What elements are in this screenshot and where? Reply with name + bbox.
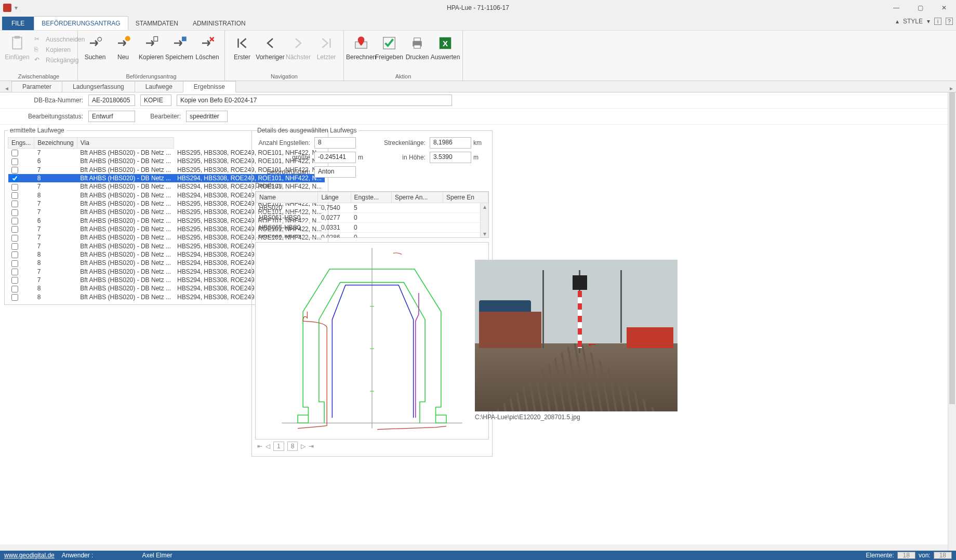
svg-rect-9 — [414, 38, 421, 41]
row-checkbox[interactable] — [11, 192, 18, 199]
new-button[interactable]: Neu — [110, 33, 136, 63]
kopie-text-field[interactable]: Kopie von Befo E0-2024-17 — [177, 95, 452, 106]
search-button[interactable]: Suchen — [82, 33, 108, 63]
chart-page[interactable]: 1 — [273, 442, 284, 451]
db-bza-field[interactable]: AE-20180605 — [88, 95, 135, 106]
minimize-button[interactable]: — — [884, 0, 908, 16]
delete-button[interactable]: Löschen — [194, 33, 220, 63]
subtab-parameter[interactable]: Parameter — [11, 81, 62, 92]
row-checkbox[interactable] — [11, 167, 18, 174]
row-checkbox[interactable] — [11, 269, 18, 275]
details-row[interactable]: HBS065-HBS00,03310 — [256, 223, 488, 233]
close-button[interactable]: ✕ — [932, 0, 956, 16]
strecke-label: Streckenlänge: — [376, 139, 428, 146]
row-checkbox[interactable] — [11, 158, 18, 165]
check-icon — [381, 35, 397, 51]
chart-total: 8 — [287, 442, 298, 451]
row-checkbox[interactable] — [11, 184, 18, 191]
save-button[interactable]: Speichern — [166, 33, 192, 63]
help-info-icon[interactable]: i — [934, 18, 941, 25]
compute-button[interactable]: Berechnen — [348, 33, 374, 63]
bearbeiter-field[interactable]: speedritter — [186, 111, 228, 122]
prev-button[interactable]: Vorheriger — [257, 33, 283, 63]
svg-text:X: X — [443, 39, 448, 48]
help-question-icon[interactable]: ? — [946, 18, 953, 25]
copy-icon: ⎘ — [34, 46, 43, 54]
elemente-value: 18 — [897, 552, 915, 559]
tab-file[interactable]: FILE — [2, 17, 34, 30]
title-bar: ▾ HPA-Lue - 71-1106-17 — ▢ ✕ — [0, 0, 956, 16]
scissors-icon: ✂ — [34, 35, 43, 44]
chart-next-icon[interactable]: ▷ — [301, 443, 306, 450]
dcol-engste[interactable]: Engste... — [351, 192, 391, 203]
row-checkbox[interactable] — [11, 243, 18, 250]
copy2-button[interactable]: Kopieren — [138, 33, 164, 63]
row-checkbox[interactable] — [11, 218, 18, 224]
row-checkbox[interactable] — [11, 235, 18, 242]
profile-chart[interactable] — [255, 242, 489, 439]
next-button[interactable]: Nächster — [285, 33, 311, 63]
row-checkbox[interactable] — [11, 175, 18, 182]
last-button[interactable]: Letzter — [313, 33, 339, 63]
qat-dropdown-icon[interactable]: ▾ — [15, 4, 18, 11]
dcol-sperre-an[interactable]: Sperre An... — [391, 192, 443, 203]
export-button[interactable]: XAuswerten — [432, 33, 458, 63]
subtab-ladung[interactable]: Ladungserfassung — [62, 81, 135, 92]
subtab-left-icon[interactable]: ◂ — [2, 85, 11, 92]
row-checkbox[interactable] — [11, 277, 18, 284]
paste-button[interactable]: Einfügen — [4, 33, 30, 63]
details-row[interactable]: HBS069-HBS00,02860 — [256, 233, 488, 238]
status-label: Bearbeitungsstatus: — [10, 113, 83, 120]
details-fieldset: Details des ausgewählten Laufwegs Anzahl… — [251, 127, 493, 457]
row-checkbox[interactable] — [11, 150, 18, 156]
svg-rect-5 — [182, 37, 187, 42]
kopie-field: KOPIE — [140, 95, 171, 106]
col-via[interactable]: Via — [77, 138, 174, 149]
hoehe-field[interactable]: 3.5390 — [430, 152, 471, 163]
style-label[interactable]: STYLE — [903, 18, 923, 25]
row-checkbox[interactable] — [11, 226, 18, 233]
col-bez[interactable]: Bezeichnung — [34, 138, 77, 149]
chart-prev-icon[interactable]: ◁ — [265, 443, 270, 450]
details-row[interactable]: HBS0200,75405 — [256, 203, 488, 213]
anwender-value: Axel Elmer — [142, 552, 172, 559]
tab-administration[interactable]: ADMINISTRATION — [185, 17, 253, 30]
chart-first-icon[interactable]: ⇤ — [257, 443, 262, 450]
tab-befoerderungsantrag[interactable]: BEFÖRDERUNGSANTRAG — [34, 16, 128, 30]
release-button[interactable]: Freigeben — [376, 33, 402, 63]
details-row[interactable]: HBS061-HBS00,02770 — [256, 213, 488, 223]
laufwege-legend: ermittelte Laufwege — [8, 127, 67, 134]
first-button[interactable]: Erster — [229, 33, 255, 63]
von-label: von: — [919, 552, 931, 559]
print-button[interactable]: Drucken — [404, 33, 430, 63]
befart-field[interactable]: Anton — [314, 166, 356, 178]
status-url[interactable]: www.geodigital.de — [4, 552, 55, 559]
subtab-right-icon[interactable]: ▸ — [950, 85, 953, 92]
content-scrollbar[interactable] — [948, 92, 956, 551]
row-checkbox[interactable] — [11, 260, 18, 267]
dcol-name[interactable]: Name — [256, 192, 318, 203]
strecke-field[interactable]: 8,1986 — [430, 137, 471, 149]
details-table[interactable]: Name Länge Engste... Sperre An... Sperre… — [256, 192, 488, 238]
svg-rect-0 — [12, 37, 22, 49]
dcol-laenge[interactable]: Länge — [318, 192, 351, 203]
anzahl-field[interactable]: 8 — [314, 137, 356, 149]
row-checkbox[interactable] — [11, 251, 18, 258]
chart-last-icon[interactable]: ⇥ — [309, 443, 314, 450]
status-field[interactable]: Entwurf — [88, 111, 135, 122]
ribbon-collapse-icon[interactable]: ▴ — [896, 18, 899, 25]
subtab-laufwege[interactable]: Laufwege — [135, 81, 183, 92]
row-checkbox[interactable] — [11, 209, 18, 216]
col-engs[interactable]: Engs... — [8, 138, 34, 149]
row-checkbox[interactable] — [11, 286, 18, 292]
form-row-1: DB-Bza-Nummer: AE-20180605 KOPIE Kopie v… — [0, 92, 956, 109]
group-clipboard-label: Zwischenablage — [4, 72, 73, 79]
row-checkbox[interactable] — [11, 201, 18, 207]
maximize-button[interactable]: ▢ — [908, 0, 932, 16]
row-checkbox[interactable] — [11, 294, 18, 301]
groesste-field[interactable]: -0.245141 — [314, 152, 356, 163]
tab-stammdaten[interactable]: STAMMDATEN — [128, 17, 185, 30]
style-dropdown-icon[interactable]: ▾ — [927, 18, 930, 25]
details-legend: Details des ausgewählten Laufwegs — [255, 127, 358, 134]
subtab-ergebnisse[interactable]: Ergebnisse — [183, 81, 236, 92]
